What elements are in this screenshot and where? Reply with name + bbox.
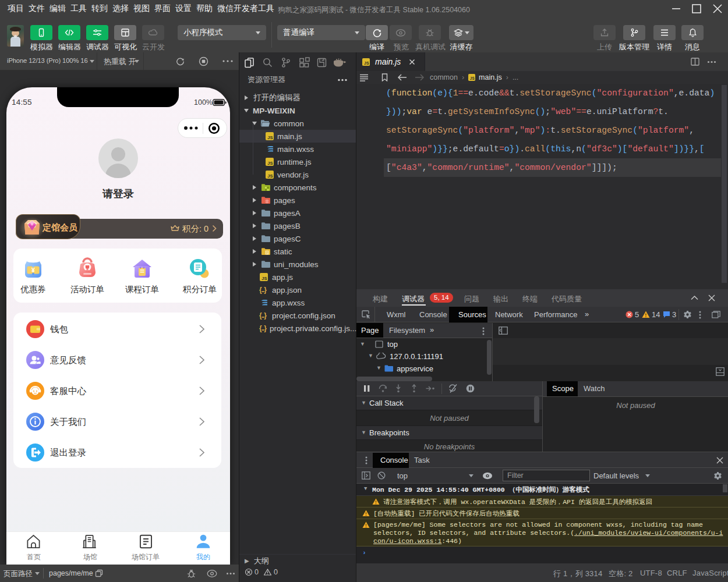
svg-text:JS: JS (267, 135, 273, 140)
svg-text:JS: JS (267, 173, 273, 179)
svg-text:JS: JS (470, 76, 475, 80)
svg-text:JS: JS (267, 161, 273, 166)
svg-text:JS: JS (261, 276, 267, 281)
svg-text:JS: JS (364, 61, 369, 65)
svg-text:¥: ¥ (31, 267, 35, 274)
